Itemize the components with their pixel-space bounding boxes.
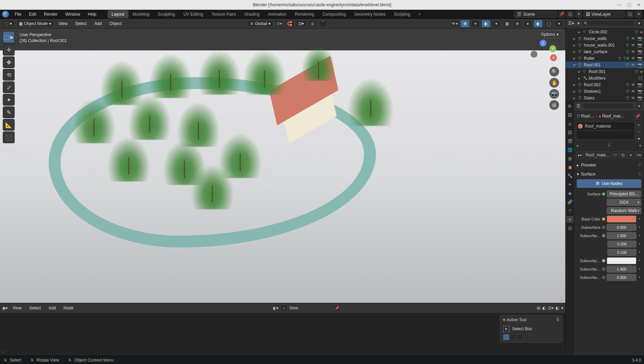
viewport-options-button[interactable]: Options▾ (538, 31, 562, 38)
property-socket[interactable] (602, 276, 605, 279)
axis-z[interactable]: Z (540, 40, 547, 47)
number-field[interactable]: 1.000 (607, 232, 636, 239)
snap-mode-selector[interactable]: ⊡▾ (296, 20, 306, 27)
property-menu-icon[interactable]: • (638, 258, 641, 263)
tab-shading[interactable]: Shading (240, 10, 264, 18)
property-socket[interactable] (602, 234, 605, 237)
surface-shader-field[interactable]: Principled BS... (607, 191, 641, 197)
menu-edit[interactable]: Edit (25, 10, 40, 18)
number-field[interactable]: 0.000 (607, 224, 636, 231)
ptab-tool[interactable]: 🛠 (566, 103, 573, 110)
outliner-type-selector[interactable]: ☰▾ (567, 21, 575, 26)
shader-menu-select[interactable]: Select (26, 304, 44, 312)
tool-add-primitive[interactable]: ⬛ (3, 131, 15, 143)
ptab-mesh[interactable]: ▽ (566, 207, 573, 214)
viewlayer-selector[interactable]: 🖼 (583, 11, 625, 18)
viewport-menu-add[interactable]: Add (92, 20, 104, 27)
expand-caret[interactable]: ▸ (573, 82, 577, 87)
material-slot-remove[interactable]: − (636, 129, 642, 135)
restrict-select-icon[interactable]: ▽ (626, 89, 629, 94)
properties-search[interactable] (583, 103, 634, 109)
shader-snap[interactable]: ⊡▾ (548, 306, 553, 310)
axis-y[interactable]: Y (549, 45, 556, 52)
material-slot[interactable]: Roof_material (576, 122, 635, 131)
hide-viewport-icon[interactable]: 👁 (631, 63, 635, 67)
hide-render-icon[interactable]: 📷 (637, 56, 643, 61)
delete-scene-button[interactable]: ✕ (575, 11, 582, 18)
shader-sidebar-toggle[interactable]: › (2, 349, 3, 354)
shader-menu-node[interactable]: Node (61, 304, 77, 312)
outliner-row[interactable]: ▸▽Roof.001▽● (566, 68, 644, 75)
breadcrumb-material[interactable]: ● Roof_mat... (599, 114, 624, 119)
use-nodes-button[interactable]: 🖹 Use Nodes (577, 179, 641, 188)
material-unlink[interactable]: ✕ (627, 152, 634, 159)
shading-dd[interactable]: ▾ (555, 20, 563, 27)
material-nodes-toggle[interactable]: ▽▾ (635, 152, 642, 159)
ptab-modifiers[interactable]: 🔧 (566, 172, 573, 179)
axis-neg[interactable] (531, 51, 537, 58)
tool-move[interactable]: ✥ (3, 56, 15, 68)
snap-toggle[interactable]: 🧲 (285, 20, 294, 27)
panel-preview-header[interactable]: ▸Preview⠿ (576, 161, 642, 169)
tab-geometry-nodes[interactable]: Geometry Nodes (350, 10, 390, 18)
tool-scale[interactable]: ⤢ (3, 81, 15, 93)
tool-transform[interactable]: ✦ (3, 94, 15, 106)
panel-surface-header[interactable]: ▾Surface⠿ (576, 170, 642, 178)
restrict-select-icon[interactable]: ▽ (635, 30, 638, 34)
shader-menu-view[interactable]: View (10, 304, 24, 312)
distribution-field[interactable]: GGX▾ (607, 199, 641, 206)
scene-selector[interactable]: 🎬 (514, 11, 557, 18)
outliner-row[interactable]: ▸▽Stairs▽👁📷 (566, 95, 644, 101)
outliner-row[interactable]: ▾▽Roof.001▽👁📷 (566, 62, 644, 68)
expand-caret[interactable]: ▸ (573, 43, 577, 48)
hide-viewport-icon[interactable]: 👁 (631, 56, 635, 61)
outliner-list[interactable]: ▸▽Circle.002▽●▸▽house_walls▽👁📷▸▽house_wa… (566, 28, 644, 101)
property-socket[interactable] (602, 217, 605, 221)
expand-caret[interactable]: ▸ (578, 76, 582, 81)
hide-render-icon[interactable]: 📷 (637, 89, 643, 94)
shading-material[interactable]: ◐ (534, 20, 542, 27)
outliner-row[interactable]: ▸▽Roof.002▽👁📷 (566, 81, 644, 88)
ptab-texture[interactable]: ▨ (566, 225, 573, 232)
surface-socket[interactable] (602, 192, 605, 196)
tab-scripting[interactable]: Scripting (390, 10, 415, 18)
xray-toggle[interactable]: ▦ (503, 20, 511, 27)
nav-gizmo[interactable]: Z Y X (533, 39, 557, 63)
material-name-field[interactable]: Roof_mate... (584, 152, 611, 159)
color-field[interactable] (607, 257, 636, 264)
material-list-drag[interactable]: ⠿ (607, 143, 611, 148)
restrict-select-icon[interactable]: ▽ (626, 82, 629, 87)
restrict-select-icon[interactable]: ▽ (626, 96, 629, 100)
ptab-collection[interactable]: ▦ (566, 155, 573, 162)
outliner-row[interactable]: ▸▽house_walls▽👁📷 (566, 35, 644, 42)
tab-sculpting[interactable]: Sculpting (154, 10, 179, 18)
hide-render-icon[interactable]: 📷 (637, 82, 643, 87)
maximize-icon[interactable]: ▢ (627, 2, 631, 7)
viewport-menu-select[interactable]: Select (72, 20, 89, 27)
material-fake-user[interactable]: 🛡 (612, 152, 619, 159)
ptab-physics[interactable]: ◉ (566, 190, 573, 197)
tool-cursor[interactable]: ✛ (3, 44, 15, 56)
gizmo-toggle[interactable]: ⊕ (461, 20, 469, 27)
menu-help[interactable]: Help (84, 10, 100, 18)
visibility-toggle[interactable]: 👁▾ (450, 20, 459, 27)
hide-viewport-icon[interactable]: 👁 (631, 82, 635, 87)
scene-name-input[interactable] (523, 12, 555, 17)
hide-viewport-icon[interactable]: 👁 (631, 43, 635, 48)
editor-type-selector[interactable]: ⬚▾ (2, 20, 14, 27)
gizmo-dd[interactable]: ▾ (471, 20, 480, 27)
mode-selector[interactable]: ▦ Object Mode ▾ (16, 20, 54, 27)
expand-caret[interactable]: ▸ (573, 36, 577, 41)
tool-measure[interactable]: 📐 (3, 119, 15, 131)
hide-viewport-icon[interactable]: 👁 (631, 36, 635, 41)
ptab-render[interactable]: 🖼 (566, 112, 573, 119)
ptab-world[interactable]: 🌐 (566, 146, 573, 153)
outliner-display-mode[interactable]: ▾ (576, 21, 581, 26)
shader-pin-button[interactable]: 📌 (333, 305, 340, 312)
number-field[interactable]: 1.400 (607, 266, 636, 273)
expand-caret[interactable]: ▸ (573, 89, 577, 94)
properties-options[interactable]: ▾ (636, 103, 643, 110)
blender-logo-icon[interactable] (2, 11, 9, 18)
property-menu-icon[interactable]: • (638, 217, 641, 221)
proportional-toggle[interactable]: ◎ (308, 20, 317, 27)
